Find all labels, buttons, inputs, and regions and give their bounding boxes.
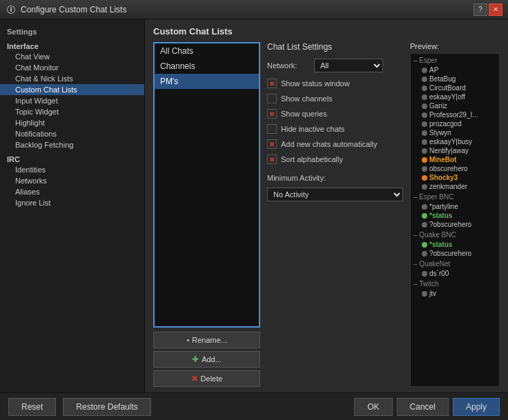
delete-icon: ✖: [191, 374, 198, 383]
checkbox-hide-inactive-label: Hide inactive chats: [281, 125, 344, 133]
preview-item: Shocky3: [413, 173, 496, 182]
chat-list-box[interactable]: All Chats Channels PM's: [153, 42, 260, 328]
preview-item: *status: [413, 240, 496, 249]
dot-icon: [422, 166, 427, 172]
bottom-bar: Reset Restore Defaults OK Cancel Apply: [0, 392, 508, 420]
preview-item: CircutBoard: [413, 83, 496, 92]
close-button[interactable]: ✕: [489, 3, 502, 16]
ok-button[interactable]: OK: [354, 398, 392, 416]
delete-button[interactable]: ✖ Delete: [153, 370, 260, 387]
dot-icon: [422, 112, 427, 118]
dot-icon: [422, 271, 427, 277]
list-item-pms[interactable]: PM's: [155, 74, 259, 89]
restore-defaults-button[interactable]: Restore Defaults: [63, 398, 150, 416]
preview-item: Nentify|away: [413, 146, 496, 155]
checkbox-show-queries[interactable]: ✖ Show queries: [267, 109, 403, 119]
rename-button[interactable]: ▪ Rename...: [153, 332, 260, 348]
sidebar-item-backlog-fetching[interactable]: Backlog Fetching: [0, 139, 144, 150]
preview-item: obscurehero: [413, 164, 496, 173]
activity-select[interactable]: No Activity: [267, 188, 403, 201]
dot-icon: [422, 139, 427, 145]
sidebar-item-chat-monitor[interactable]: Chat Monitor: [0, 62, 144, 73]
preview-item: eskaayY|busy: [413, 137, 496, 146]
preview-item: ?obscurehero: [413, 249, 496, 258]
apply-button[interactable]: Apply: [453, 398, 500, 416]
preview-title: Preview:: [410, 42, 500, 50]
sidebar: Settings Interface Chat View Chat Monito…: [0, 19, 145, 392]
checkbox-show-queries-box[interactable]: ✖: [267, 109, 277, 119]
irc-label: IRC: [0, 153, 144, 164]
sidebar-item-topic-widget[interactable]: Topic Widget: [0, 106, 144, 117]
checkbox-show-channels-label: Show channels: [281, 94, 333, 103]
add-button[interactable]: ✚ Add...: [153, 351, 260, 368]
settings-label: Settings: [0, 25, 144, 37]
list-panel: All Chats Channels PM's ▪ Rename... ✚ Ad…: [153, 42, 260, 387]
list-item-channels[interactable]: Channels: [155, 59, 259, 74]
min-activity-label: Minimum Activity:: [267, 174, 403, 182]
checkbox-show-status-label: Show status window: [281, 79, 350, 88]
list-buttons: ▪ Rename... ✚ Add... ✖ Delete: [153, 332, 260, 387]
sidebar-item-chat-view[interactable]: Chat View: [0, 51, 144, 62]
sidebar-item-highlight[interactable]: Highlight: [0, 117, 144, 128]
preview-item: Professor29_I...: [413, 110, 496, 119]
content-area: Custom Chat Lists All Chats Channels PM'…: [145, 19, 508, 392]
checkbox-add-new-label: Add new chats automatically: [281, 140, 377, 148]
dot-icon: [422, 130, 427, 136]
sidebar-item-ignore-list[interactable]: Ignore List: [0, 197, 144, 208]
content-body: All Chats Channels PM's ▪ Rename... ✚ Ad…: [153, 42, 500, 387]
preview-network-quakenet: – QuakeNet: [413, 260, 496, 268]
rename-icon: ▪: [186, 335, 189, 345]
dot-icon: [422, 103, 427, 109]
sidebar-item-input-widget[interactable]: Input Widget: [0, 95, 144, 106]
checkbox-show-channels-box[interactable]: [267, 94, 277, 103]
checkbox-sort-alpha-box[interactable]: ✖: [267, 154, 277, 164]
preview-network-twitch: – Twitch: [413, 280, 496, 288]
preview-item: zenkmander: [413, 182, 496, 191]
dot-icon: [422, 204, 427, 210]
cancel-button[interactable]: Cancel: [397, 398, 449, 416]
preview-item: *status: [413, 211, 496, 220]
settings-panel: Chat List Settings Network: All ✖ Show s…: [267, 42, 403, 387]
sidebar-item-aliases[interactable]: Aliases: [0, 186, 144, 197]
sidebar-item-notifications[interactable]: Notifications: [0, 128, 144, 139]
checkbox-add-new[interactable]: ✖ Add new chats automatically: [267, 139, 403, 149]
network-label: Network:: [267, 61, 309, 70]
checkbox-show-queries-label: Show queries: [281, 110, 327, 118]
preview-item: Ganiz: [413, 101, 496, 110]
sidebar-item-networks[interactable]: Networks: [0, 175, 144, 186]
dot-icon: [422, 86, 427, 91]
preview-item: ds`r00: [413, 269, 496, 278]
checkbox-show-status[interactable]: ✖ Show status window: [267, 79, 403, 88]
network-select[interactable]: All: [314, 59, 383, 72]
dot-icon: [422, 242, 427, 248]
content-title: Custom Chat Lists: [153, 26, 500, 37]
sidebar-item-chat-nick-lists[interactable]: Chat & Nick Lists: [0, 73, 144, 84]
dot-icon: [422, 77, 427, 82]
dot-icon: [422, 251, 427, 257]
dot-icon: [422, 213, 427, 219]
preview-network-quake-bnc: – Quake BNC: [413, 231, 496, 239]
dot-icon: [422, 222, 427, 228]
preview-box: – Esper AP BetaBug CircutBoard eskaayY|o…: [410, 53, 500, 387]
preview-panel: Preview: – Esper AP BetaBug CircutBoard …: [410, 42, 500, 387]
list-item-all-chats[interactable]: All Chats: [155, 43, 259, 59]
sidebar-item-custom-chat-lists[interactable]: Custom Chat Lists: [0, 84, 144, 95]
window-controls: ? ✕: [473, 3, 502, 16]
checkbox-show-channels[interactable]: Show channels: [267, 94, 403, 103]
checkbox-show-status-box[interactable]: ✖: [267, 79, 277, 88]
checkbox-sort-alpha[interactable]: ✖ Sort alphabetically: [267, 154, 403, 164]
preview-network-esper: – Esper: [413, 57, 496, 64]
dot-icon: [422, 157, 427, 163]
sidebar-item-identities[interactable]: Identities: [0, 164, 144, 175]
help-button[interactable]: ?: [473, 3, 487, 16]
bottom-left-buttons: Reset Restore Defaults: [8, 398, 151, 416]
reset-button[interactable]: Reset: [8, 398, 56, 416]
checkbox-hide-inactive[interactable]: Hide inactive chats: [267, 124, 403, 134]
dot-icon: [422, 175, 427, 181]
checkbox-hide-inactive-box[interactable]: [267, 124, 277, 134]
preview-item: MineBot: [413, 155, 496, 164]
preview-item: AP: [413, 66, 496, 74]
dot-icon: [422, 291, 427, 297]
title-bar: Configure Custom Chat Lists ? ✕: [0, 0, 508, 19]
checkbox-add-new-box[interactable]: ✖: [267, 139, 277, 149]
